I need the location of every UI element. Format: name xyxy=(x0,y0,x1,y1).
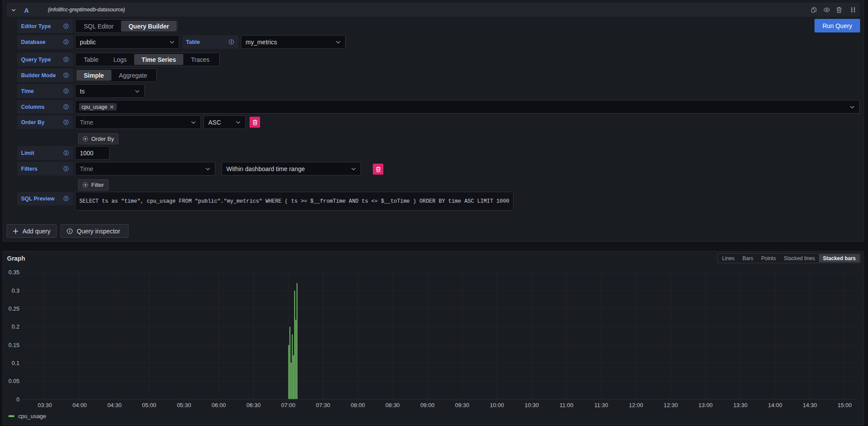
svg-text:07:30: 07:30 xyxy=(316,402,330,408)
svg-text:0.35: 0.35 xyxy=(8,269,19,276)
svg-text:12:30: 12:30 xyxy=(664,402,678,408)
svg-text:09:00: 09:00 xyxy=(420,402,435,408)
svg-text:03:30: 03:30 xyxy=(38,402,52,408)
svg-text:0.05: 0.05 xyxy=(8,378,19,384)
svg-text:05:30: 05:30 xyxy=(177,402,191,408)
svg-text:06:00: 06:00 xyxy=(211,402,226,408)
svg-text:10:30: 10:30 xyxy=(525,402,539,408)
svg-text:09:30: 09:30 xyxy=(455,402,469,408)
svg-text:07:00: 07:00 xyxy=(281,402,296,408)
svg-text:12:00: 12:00 xyxy=(629,402,643,408)
svg-text:05:00: 05:00 xyxy=(142,402,157,408)
svg-text:11:00: 11:00 xyxy=(560,402,574,408)
svg-text:08:30: 08:30 xyxy=(386,402,400,408)
svg-text:10:00: 10:00 xyxy=(490,402,504,408)
svg-text:13:00: 13:00 xyxy=(698,402,713,408)
svg-text:0.15: 0.15 xyxy=(8,342,19,348)
svg-text:13:30: 13:30 xyxy=(733,402,748,408)
svg-text:14:30: 14:30 xyxy=(803,402,817,408)
svg-text:0.2: 0.2 xyxy=(11,323,19,330)
svg-text:08:00: 08:00 xyxy=(351,402,365,408)
svg-text:14:00: 14:00 xyxy=(768,402,782,408)
svg-text:cpu_usage: cpu_usage xyxy=(18,413,46,419)
svg-text:11:30: 11:30 xyxy=(594,402,608,408)
svg-text:04:00: 04:00 xyxy=(72,402,87,408)
svg-text:04:30: 04:30 xyxy=(107,402,122,408)
svg-text:0.25: 0.25 xyxy=(8,305,19,312)
svg-text:06:30: 06:30 xyxy=(246,402,261,408)
svg-text:0.1: 0.1 xyxy=(11,360,19,366)
svg-text:0.3: 0.3 xyxy=(11,287,19,294)
svg-text:15:00: 15:00 xyxy=(837,402,852,408)
svg-text:0: 0 xyxy=(16,396,19,403)
